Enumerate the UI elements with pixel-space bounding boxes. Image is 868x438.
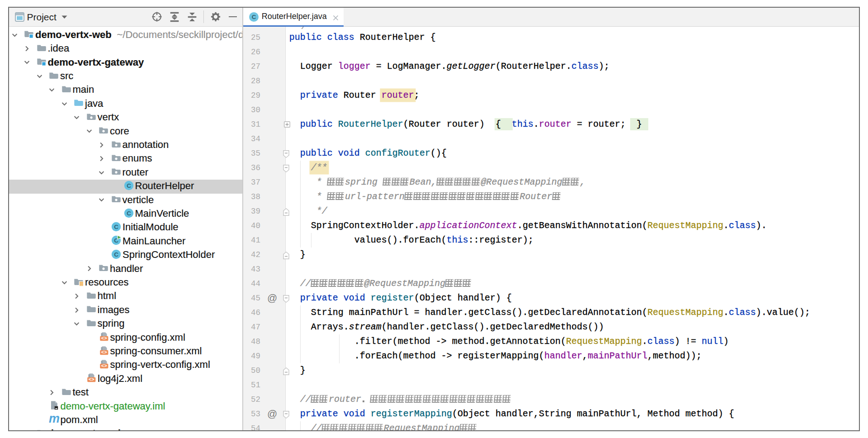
svg-text:C: C xyxy=(251,14,256,20)
